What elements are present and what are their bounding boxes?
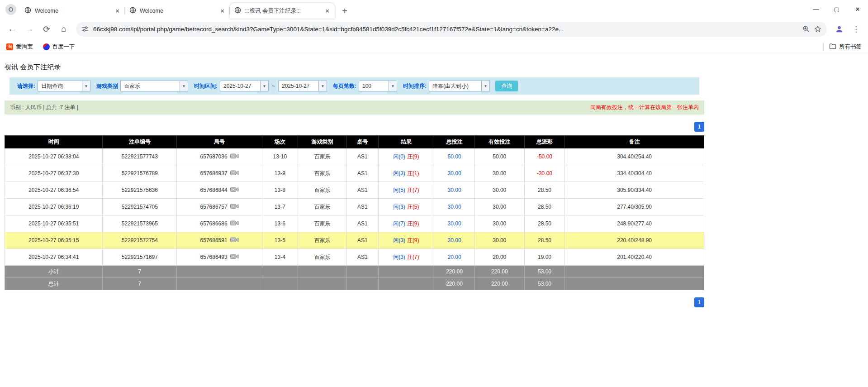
- video-replay-icon[interactable]: [230, 237, 239, 244]
- chevron-down-icon[interactable]: ▼: [82, 81, 90, 91]
- page-1-button[interactable]: 1: [694, 122, 704, 132]
- page-size-label: 每页笔数:: [333, 82, 356, 90]
- round-id: 657686937: [200, 170, 228, 176]
- url-bar[interactable]: 66cxkj98.com/ipl/portal.php/game/betreco…: [76, 22, 827, 37]
- search-button[interactable]: 查询: [495, 81, 518, 91]
- bookmark-label: 百度一下: [52, 43, 75, 51]
- url-text[interactable]: 66cxkj98.com/ipl/portal.php/game/betreco…: [93, 26, 798, 33]
- page-size-select[interactable]: 100 ▼: [359, 81, 397, 91]
- new-tab-button[interactable]: +: [338, 5, 351, 17]
- cell-game-type: 百家乐: [298, 165, 346, 182]
- browser-tab-2[interactable]: Welcome ✕: [125, 3, 230, 19]
- cell-round-id: 657686686: [177, 215, 262, 232]
- chevron-down-icon[interactable]: ▼: [260, 81, 268, 91]
- browser-tab-1[interactable]: Welcome ✕: [20, 3, 125, 19]
- zoom-icon[interactable]: [802, 25, 810, 33]
- back-button[interactable]: ←: [5, 21, 20, 37]
- sort-select[interactable]: 降幂(由大到小) ▼: [429, 81, 490, 91]
- total-bet-link[interactable]: 30.00: [434, 199, 475, 215]
- footer-cell: [177, 278, 262, 290]
- bookmark-item-baidu[interactable]: 百度一下: [43, 43, 75, 51]
- tab-close-icon[interactable]: ✕: [218, 7, 226, 15]
- pagination-top: 1: [5, 122, 704, 132]
- cell-time: 2025-10-27 06:34:41: [5, 249, 103, 266]
- chevron-down-icon[interactable]: ▼: [481, 81, 489, 91]
- cell-note: 220.40/248.90: [565, 232, 704, 249]
- query-type-select[interactable]: 日期查询 ▼: [38, 81, 90, 91]
- column-header: 总派彩: [524, 136, 565, 148]
- cell-table-no: AS1: [346, 148, 378, 165]
- tab-close-icon[interactable]: ✕: [323, 7, 331, 15]
- profile-icon[interactable]: [831, 21, 847, 37]
- result-banker: 庄(7): [407, 254, 419, 260]
- cell-valid-bet: 30.00: [474, 165, 524, 182]
- cell-note: 304.40/254.40: [565, 148, 704, 165]
- cell-result: 闲(3)庄(5): [378, 199, 434, 215]
- cell-table-no: AS1: [346, 215, 378, 232]
- game-type-select[interactable]: 百家乐 ▼: [120, 81, 188, 91]
- browser-logo-icon[interactable]: [5, 4, 16, 15]
- cell-payout: 19.00: [524, 249, 565, 266]
- browser-tab-active[interactable]: :::视讯 会员下注纪录::: ✕: [230, 3, 335, 19]
- page-title: 视讯 会员下注纪录: [5, 63, 704, 72]
- column-header: 桌号: [346, 136, 378, 148]
- result-player: 闲(3): [393, 237, 405, 244]
- cell-time: 2025-10-27 06:35:51: [5, 215, 103, 232]
- footer-cell: 7: [103, 266, 177, 278]
- minimize-button[interactable]: —: [806, 0, 826, 19]
- video-replay-icon[interactable]: [230, 203, 239, 211]
- browser-navbar: ← → ⟳ ⌂ 66cxkj98.com/ipl/portal.php/game…: [0, 19, 868, 39]
- bookmark-star-icon[interactable]: [814, 25, 821, 33]
- forward-button[interactable]: →: [22, 21, 37, 37]
- summary-notice: 同局有效投注，统一计算在该局第一张注单内: [590, 104, 699, 111]
- cell-result: 闲(3)庄(1): [378, 165, 434, 182]
- round-id: 657686591: [200, 237, 228, 243]
- home-button[interactable]: ⌂: [56, 21, 71, 37]
- tab-close-icon[interactable]: ✕: [114, 7, 121, 15]
- refresh-button[interactable]: ⟳: [39, 21, 54, 37]
- close-button[interactable]: ✕: [847, 0, 868, 19]
- bookmark-label: 爱淘宝: [16, 43, 33, 51]
- total-bet-link[interactable]: 20.00: [434, 249, 475, 266]
- cell-session: 13-9: [262, 165, 298, 182]
- total-bet-link[interactable]: 50.00: [434, 148, 475, 165]
- column-header: 场次: [262, 136, 298, 148]
- table-row: 2025-10-27 06:36:19 522921574705 6576867…: [5, 199, 704, 215]
- chevron-down-icon[interactable]: ▼: [389, 81, 397, 91]
- chevron-down-icon[interactable]: ▼: [318, 81, 327, 91]
- video-replay-icon[interactable]: [230, 153, 239, 161]
- bookmark-item-taobao[interactable]: 淘 爱淘宝: [6, 43, 33, 51]
- chevron-down-icon[interactable]: ▼: [180, 81, 188, 91]
- date-to-select[interactable]: 2025-10-27 ▼: [278, 81, 327, 91]
- summary-bar: 币别 : 人民币 | 总共 :7 注单 | 同局有效投注，统一计算在该局第一张注…: [5, 100, 704, 115]
- round-id: 657686757: [200, 203, 228, 210]
- cell-session: 13-8: [262, 182, 298, 199]
- cell-payout: 28.50: [524, 199, 565, 215]
- date-from-select[interactable]: 2025-10-27 ▼: [220, 81, 269, 91]
- maximize-button[interactable]: ▢: [826, 0, 847, 19]
- table-row: 2025-10-27 06:38:04 522921577743 6576870…: [5, 148, 704, 165]
- currency-summary: 币别 : 人民币 | 总共 :7 注单 |: [10, 104, 78, 111]
- video-replay-icon[interactable]: [230, 170, 239, 177]
- total-bet-link[interactable]: 30.00: [434, 215, 475, 232]
- cell-round-id: 657686757: [177, 199, 262, 215]
- date-from-value: 2025-10-27: [220, 81, 260, 91]
- window-controls: — ▢ ✕: [806, 0, 868, 19]
- folder-icon: [829, 43, 836, 51]
- total-bet-link[interactable]: 30.00: [434, 165, 475, 182]
- video-replay-icon[interactable]: [230, 253, 239, 261]
- total-row: 总计 7 220.00 220.00 53.00: [5, 278, 704, 290]
- total-bet-link[interactable]: 30.00: [434, 232, 475, 249]
- menu-icon[interactable]: ⋮: [849, 24, 863, 34]
- video-replay-icon[interactable]: [230, 220, 239, 228]
- all-bookmarks-button[interactable]: 所有书签: [829, 43, 862, 51]
- site-info-icon[interactable]: [81, 25, 89, 33]
- video-replay-icon[interactable]: [230, 186, 239, 194]
- page-1-button[interactable]: 1: [694, 297, 704, 307]
- cell-round-id: 657686493: [177, 249, 262, 266]
- cell-valid-bet: 30.00: [474, 215, 524, 232]
- cell-time: 2025-10-27 06:36:19: [5, 199, 103, 215]
- cell-payout: 28.50: [524, 182, 565, 199]
- total-bet-link[interactable]: 30.00: [434, 182, 475, 199]
- table-row: 2025-10-27 06:35:15 522921572754 6576865…: [5, 232, 704, 249]
